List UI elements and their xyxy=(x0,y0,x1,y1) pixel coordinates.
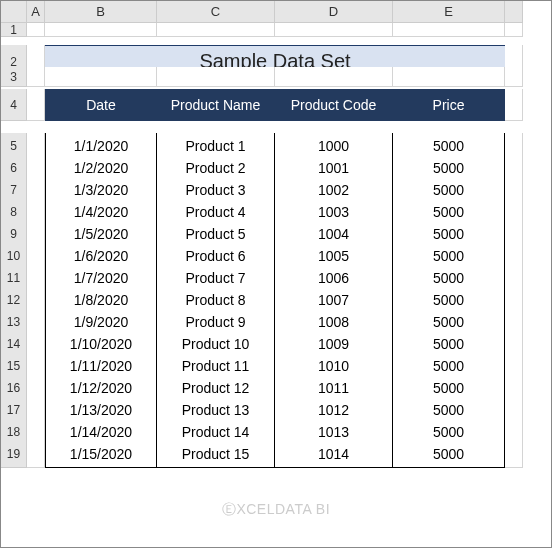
table-cell-code[interactable]: 1014 xyxy=(275,441,393,468)
cell[interactable] xyxy=(275,67,393,87)
cell[interactable] xyxy=(505,67,523,87)
cell[interactable] xyxy=(505,441,523,468)
table-header-price[interactable]: Price xyxy=(393,89,505,121)
watermark-text: ⒺXCELDATA BI xyxy=(222,501,330,519)
cell[interactable] xyxy=(27,441,45,468)
row-header[interactable]: 19 xyxy=(1,441,27,468)
table-header-date[interactable]: Date xyxy=(45,89,157,121)
col-header-blank[interactable] xyxy=(505,1,523,23)
cell[interactable] xyxy=(45,23,157,37)
corner-cell[interactable] xyxy=(1,1,27,23)
cell[interactable] xyxy=(505,23,523,37)
row-header[interactable]: 1 xyxy=(1,23,27,37)
table-cell-date[interactable]: 1/15/2020 xyxy=(45,441,157,468)
spreadsheet-grid[interactable]: A B C D E 1 2 Sample Data Set 3 4 Date P… xyxy=(1,1,551,463)
cell[interactable] xyxy=(275,23,393,37)
col-header-a[interactable]: A xyxy=(27,1,45,23)
cell[interactable] xyxy=(157,67,275,87)
cell[interactable] xyxy=(27,67,45,87)
col-header-e[interactable]: E xyxy=(393,1,505,23)
row-header[interactable]: 4 xyxy=(1,89,27,121)
table-header-code[interactable]: Product Code xyxy=(275,89,393,121)
cell[interactable] xyxy=(27,23,45,37)
cell[interactable] xyxy=(505,89,523,121)
cell[interactable] xyxy=(393,67,505,87)
cell[interactable] xyxy=(27,89,45,121)
cell[interactable] xyxy=(393,23,505,37)
col-header-b[interactable]: B xyxy=(45,1,157,23)
table-header-name[interactable]: Product Name xyxy=(157,89,275,121)
col-header-d[interactable]: D xyxy=(275,1,393,23)
table-cell-price[interactable]: 5000 xyxy=(393,441,505,468)
col-header-c[interactable]: C xyxy=(157,1,275,23)
table-cell-name[interactable]: Product 15 xyxy=(157,441,275,468)
cell[interactable] xyxy=(45,67,157,87)
row-header[interactable]: 3 xyxy=(1,67,27,87)
cell[interactable] xyxy=(157,23,275,37)
